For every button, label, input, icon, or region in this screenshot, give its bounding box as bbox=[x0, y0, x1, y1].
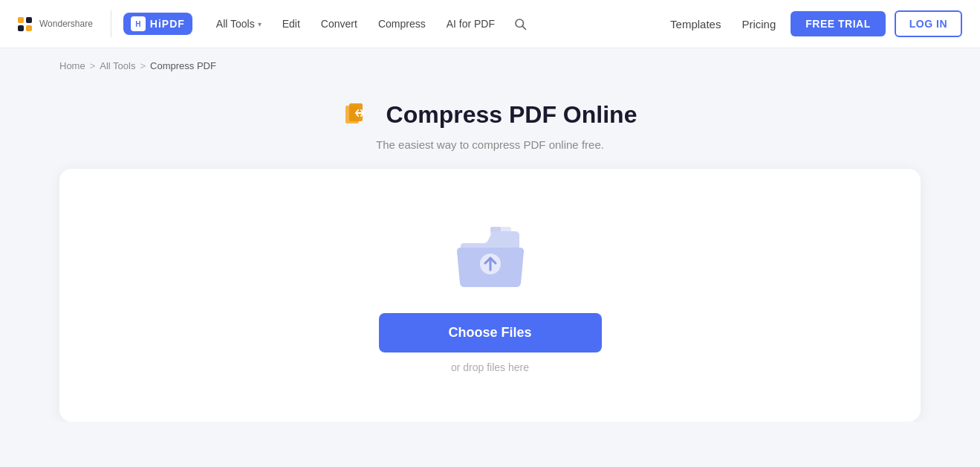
chevron-down-icon: ▾ bbox=[258, 20, 262, 28]
breadcrumb-sep1: > bbox=[90, 60, 96, 71]
nav-all-tools[interactable]: All Tools ▾ bbox=[207, 13, 270, 34]
wondershare-logo bbox=[18, 17, 32, 31]
breadcrumb-sep2: > bbox=[140, 60, 146, 71]
folder-upload-illustration bbox=[450, 218, 531, 292]
hero-section: Compress PDF Online The easiest way to c… bbox=[0, 83, 980, 169]
search-icon bbox=[513, 17, 527, 30]
breadcrumb-home[interactable]: Home bbox=[59, 60, 85, 71]
search-button[interactable] bbox=[507, 10, 533, 37]
drop-hint-text: or drop files here bbox=[451, 361, 529, 373]
upload-area: Choose Files or drop files here bbox=[59, 169, 921, 422]
hero-subtitle: The easiest way to compress PDF online f… bbox=[0, 138, 980, 151]
page-title: Compress PDF Online bbox=[386, 101, 637, 129]
nav-compress[interactable]: Compress bbox=[369, 13, 435, 34]
hipdf-badge[interactable]: H HiPDF bbox=[123, 13, 192, 35]
header-right: Templates Pricing FREE TRIAL LOG IN bbox=[664, 10, 962, 37]
hipdf-icon: H bbox=[131, 16, 146, 31]
breadcrumb-current: Compress PDF bbox=[150, 60, 216, 71]
wondershare-label: Wondershare bbox=[39, 19, 93, 29]
compress-pdf-icon bbox=[343, 98, 376, 131]
free-trial-button[interactable]: FREE TRIAL bbox=[791, 11, 885, 36]
pricing-link[interactable]: Pricing bbox=[736, 13, 782, 35]
nav-convert[interactable]: Convert bbox=[312, 13, 366, 34]
header: Wondershare H HiPDF All Tools ▾ Edit Con… bbox=[0, 0, 980, 48]
breadcrumb-all-tools[interactable]: All Tools bbox=[100, 60, 135, 71]
login-button[interactable]: LOG IN bbox=[895, 10, 962, 37]
hipdf-label: HiPDF bbox=[150, 18, 185, 30]
logo-area: Wondershare bbox=[18, 17, 93, 31]
nav-ai[interactable]: AI for PDF bbox=[438, 13, 504, 34]
choose-files-button[interactable]: Choose Files bbox=[379, 313, 602, 352]
templates-link[interactable]: Templates bbox=[664, 13, 727, 35]
hero-title-row: Compress PDF Online bbox=[0, 98, 980, 131]
header-divider bbox=[111, 10, 111, 37]
nav-edit[interactable]: Edit bbox=[273, 13, 309, 34]
breadcrumb: Home > All Tools > Compress PDF bbox=[0, 48, 980, 83]
main-nav: All Tools ▾ Edit Convert Compress AI for… bbox=[207, 10, 664, 37]
svg-line-1 bbox=[522, 26, 525, 29]
